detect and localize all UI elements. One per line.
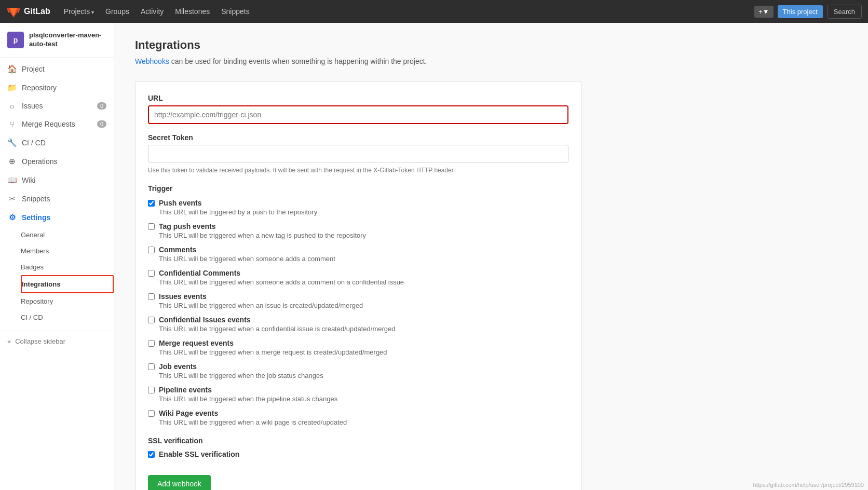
operations-icon: ⊕ bbox=[7, 157, 17, 166]
checkbox-confidential-comments: Confidential Comments This URL will be t… bbox=[148, 269, 568, 286]
push-events-title: Push events bbox=[159, 199, 317, 207]
search-button[interactable]: Search bbox=[827, 5, 862, 19]
collapse-sidebar-button[interactable]: « Collapse sidebar bbox=[0, 331, 114, 351]
confidential-issues-events-title: Confidential Issues events bbox=[159, 316, 396, 324]
checkbox-confidential-comments-input[interactable] bbox=[148, 270, 155, 277]
url-input-wrapper bbox=[148, 105, 568, 124]
sidebar-sub-cicd[interactable]: CI / CD bbox=[21, 309, 114, 325]
snippets-icon: ✂ bbox=[7, 194, 17, 203]
settings-submenu: General Members Badges Integrations Repo… bbox=[0, 227, 114, 325]
sidebar-item-project[interactable]: 🏠 Project bbox=[0, 60, 114, 78]
sidebar: p plsqlconverter-maven- auto-test 🏠 Proj… bbox=[0, 23, 114, 490]
project-header[interactable]: p plsqlconverter-maven- auto-test bbox=[0, 23, 114, 58]
sidebar-sub-integrations[interactable]: Integrations bbox=[21, 275, 114, 293]
nav-activity[interactable]: Activity bbox=[135, 4, 169, 19]
nav-snippets[interactable]: Snippets bbox=[216, 4, 254, 19]
confidential-issues-events-desc: This URL will be triggered when a confid… bbox=[159, 325, 396, 333]
checkbox-wiki-page-events-input[interactable] bbox=[148, 410, 155, 417]
merge-requests-icon: ⑂ bbox=[7, 120, 17, 129]
sidebar-item-operations[interactable]: ⊕ Operations bbox=[0, 152, 114, 171]
checkbox-merge-request-events-input[interactable] bbox=[148, 340, 155, 347]
bottom-link: https://gitlab.com/help/user/project/295… bbox=[753, 482, 864, 488]
token-form-group: Secret Token Use this token to validate … bbox=[148, 133, 568, 175]
nav-projects[interactable]: Projects bbox=[59, 4, 99, 19]
sidebar-item-issues[interactable]: ○ Issues 0 bbox=[0, 97, 114, 115]
sidebar-item-snippets[interactable]: ✂ Snippets bbox=[0, 189, 114, 208]
push-events-desc: This URL will be triggered by a push to … bbox=[159, 208, 317, 216]
issues-icon: ○ bbox=[7, 102, 17, 111]
issues-events-desc: This URL will be triggered when an issue… bbox=[159, 302, 363, 309]
wiki-page-events-title: Wiki Page events bbox=[159, 409, 347, 417]
new-button[interactable]: +▼ bbox=[754, 6, 773, 18]
sidebar-sub-members[interactable]: Members bbox=[21, 243, 114, 259]
sidebar-nav: 🏠 Project 📁 Repository ○ Issues 0 ⑂ Merg… bbox=[0, 60, 114, 325]
ssl-label: SSL verification bbox=[148, 437, 568, 445]
confidential-comments-title: Confidential Comments bbox=[159, 269, 404, 277]
checkbox-pipeline-events-input[interactable] bbox=[148, 387, 155, 393]
avatar: p bbox=[7, 32, 24, 48]
webhooks-link[interactable]: Webhooks bbox=[135, 57, 169, 65]
page-description: Webhooks can be used for binding events … bbox=[135, 57, 847, 65]
issues-events-title: Issues events bbox=[159, 292, 363, 301]
checkbox-wiki-page-events: Wiki Page events This URL will be trigge… bbox=[148, 409, 568, 426]
sidebar-item-settings[interactable]: ⚙ Settings bbox=[0, 208, 114, 227]
webhook-form-section: URL Secret Token Use this token to valid… bbox=[135, 81, 581, 490]
checkbox-issues-events-input[interactable] bbox=[148, 293, 155, 300]
checkbox-confidential-issues-events-input[interactable] bbox=[148, 317, 155, 323]
home-icon: 🏠 bbox=[7, 64, 17, 74]
checkbox-job-events-input[interactable] bbox=[148, 363, 155, 370]
merge-request-events-desc: This URL will be triggered when a merge … bbox=[159, 348, 387, 356]
job-events-title: Job events bbox=[159, 362, 323, 371]
merge-requests-badge: 0 bbox=[97, 120, 106, 128]
checkbox-comments-input[interactable] bbox=[148, 247, 155, 253]
sidebar-item-merge-requests[interactable]: ⑂ Merge Requests 0 bbox=[0, 115, 114, 133]
project-name: plsqlconverter-maven- auto-test bbox=[29, 31, 101, 49]
this-project-button[interactable]: This project bbox=[778, 5, 823, 18]
top-navigation: GitLab Projects Groups Activity Mileston… bbox=[0, 0, 868, 23]
checkbox-merge-request-events: Merge request events This URL will be tr… bbox=[148, 339, 568, 356]
confidential-comments-desc: This URL will be triggered when someone … bbox=[159, 278, 404, 286]
sidebar-sub-repository[interactable]: Repository bbox=[21, 293, 114, 309]
token-input[interactable] bbox=[148, 145, 568, 162]
tag-push-events-desc: This URL will be triggered when a new ta… bbox=[159, 232, 366, 239]
token-hint: Use this token to validate received payl… bbox=[148, 166, 568, 175]
top-nav-links: Projects Groups Activity Milestones Snip… bbox=[59, 4, 754, 19]
url-input[interactable] bbox=[149, 106, 567, 123]
ssl-checkbox-input[interactable] bbox=[148, 451, 155, 458]
checkbox-push-events-input[interactable] bbox=[148, 200, 155, 207]
sidebar-sub-general[interactable]: General bbox=[21, 227, 114, 243]
checkbox-job-events: Job events This URL will be triggered wh… bbox=[148, 362, 568, 379]
nav-milestones[interactable]: Milestones bbox=[170, 4, 215, 19]
checkbox-tag-push-events-input[interactable] bbox=[148, 223, 155, 230]
checkbox-comments: Comments This URL will be triggered when… bbox=[148, 246, 568, 263]
nav-groups[interactable]: Groups bbox=[100, 4, 134, 19]
top-nav-right: +▼ This project Search bbox=[754, 5, 862, 19]
sidebar-item-wiki[interactable]: 📖 Wiki bbox=[0, 171, 114, 189]
comments-title: Comments bbox=[159, 246, 335, 254]
comments-desc: This URL will be triggered when someone … bbox=[159, 255, 335, 263]
pipeline-events-title: Pipeline events bbox=[159, 386, 337, 394]
ssl-checkbox-row: Enable SSL verification bbox=[148, 450, 568, 458]
page-layout: p plsqlconverter-maven- auto-test 🏠 Proj… bbox=[0, 23, 868, 490]
cicd-icon: 🔧 bbox=[7, 138, 17, 147]
trigger-checkboxes: Push events This URL will be triggered b… bbox=[148, 199, 568, 426]
pipeline-events-desc: This URL will be triggered when the pipe… bbox=[159, 395, 337, 403]
repository-icon: 📁 bbox=[7, 83, 17, 92]
merge-request-events-title: Merge request events bbox=[159, 339, 387, 347]
sidebar-sub-badges[interactable]: Badges bbox=[21, 259, 114, 275]
checkbox-tag-push-events: Tag push events This URL will be trigger… bbox=[148, 222, 568, 239]
gitlab-logo[interactable]: GitLab bbox=[6, 4, 50, 19]
url-form-group: URL bbox=[148, 94, 568, 124]
trigger-label: Trigger bbox=[148, 184, 568, 193]
collapse-icon: « bbox=[7, 337, 11, 345]
ssl-checkbox-label: Enable SSL verification bbox=[159, 450, 239, 458]
wiki-page-events-desc: This URL will be triggered when a wiki p… bbox=[159, 418, 347, 426]
sidebar-item-cicd[interactable]: 🔧 CI / CD bbox=[0, 133, 114, 152]
checkbox-push-events: Push events This URL will be triggered b… bbox=[148, 199, 568, 216]
issues-badge: 0 bbox=[97, 102, 106, 110]
add-webhook-button[interactable]: Add webhook bbox=[148, 475, 211, 490]
wiki-icon: 📖 bbox=[7, 175, 17, 185]
checkbox-pipeline-events: Pipeline events This URL will be trigger… bbox=[148, 386, 568, 403]
settings-icon: ⚙ bbox=[7, 213, 17, 222]
sidebar-item-repository[interactable]: 📁 Repository bbox=[0, 78, 114, 97]
